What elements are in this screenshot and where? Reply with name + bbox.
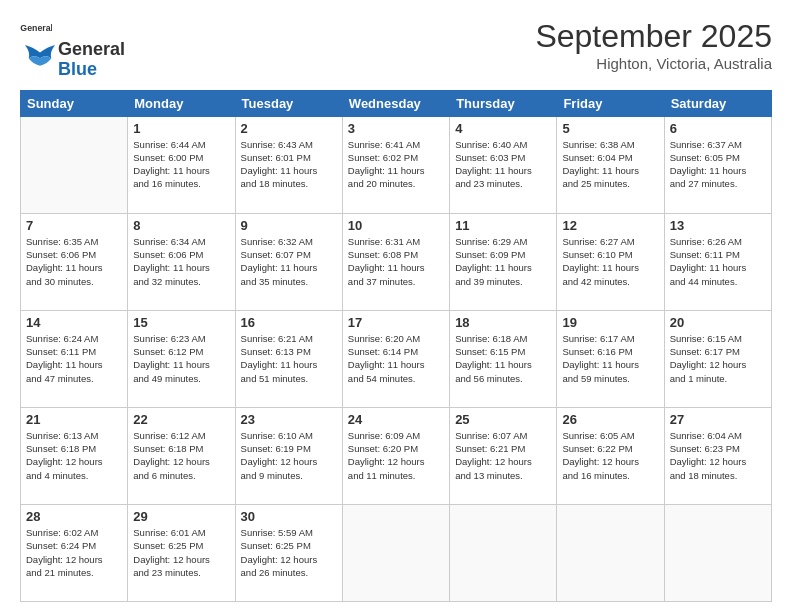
- weekday-header-tuesday: Tuesday: [235, 90, 342, 116]
- day-number: 21: [26, 412, 122, 427]
- calendar-cell: 2Sunrise: 6:43 AM Sunset: 6:01 PM Daylig…: [235, 116, 342, 213]
- day-number: 5: [562, 121, 658, 136]
- calendar-cell: 7Sunrise: 6:35 AM Sunset: 6:06 PM Daylig…: [21, 213, 128, 310]
- cell-info: Sunrise: 6:12 AM Sunset: 6:18 PM Dayligh…: [133, 429, 229, 482]
- day-number: 16: [241, 315, 337, 330]
- cell-info: Sunrise: 6:40 AM Sunset: 6:03 PM Dayligh…: [455, 138, 551, 191]
- calendar-cell: 14Sunrise: 6:24 AM Sunset: 6:11 PM Dayli…: [21, 310, 128, 407]
- cell-info: Sunrise: 6:09 AM Sunset: 6:20 PM Dayligh…: [348, 429, 444, 482]
- calendar-cell: 23Sunrise: 6:10 AM Sunset: 6:19 PM Dayli…: [235, 407, 342, 504]
- calendar-cell: 4Sunrise: 6:40 AM Sunset: 6:03 PM Daylig…: [450, 116, 557, 213]
- day-number: 11: [455, 218, 551, 233]
- cell-info: Sunrise: 6:07 AM Sunset: 6:21 PM Dayligh…: [455, 429, 551, 482]
- day-number: 8: [133, 218, 229, 233]
- weekday-header-wednesday: Wednesday: [342, 90, 449, 116]
- day-number: 1: [133, 121, 229, 136]
- location: Highton, Victoria, Australia: [535, 55, 772, 72]
- calendar-cell: 6Sunrise: 6:37 AM Sunset: 6:05 PM Daylig…: [664, 116, 771, 213]
- cell-info: Sunrise: 6:21 AM Sunset: 6:13 PM Dayligh…: [241, 332, 337, 385]
- calendar-cell: 15Sunrise: 6:23 AM Sunset: 6:12 PM Dayli…: [128, 310, 235, 407]
- weekday-header-monday: Monday: [128, 90, 235, 116]
- header: General General Blue September 2025: [20, 18, 772, 80]
- cell-info: Sunrise: 6:15 AM Sunset: 6:17 PM Dayligh…: [670, 332, 766, 385]
- day-number: 10: [348, 218, 444, 233]
- cell-info: Sunrise: 6:32 AM Sunset: 6:07 PM Dayligh…: [241, 235, 337, 288]
- cell-info: Sunrise: 6:34 AM Sunset: 6:06 PM Dayligh…: [133, 235, 229, 288]
- calendar-cell: 27Sunrise: 6:04 AM Sunset: 6:23 PM Dayli…: [664, 407, 771, 504]
- day-number: 2: [241, 121, 337, 136]
- calendar-cell: 1Sunrise: 6:44 AM Sunset: 6:00 PM Daylig…: [128, 116, 235, 213]
- day-number: 19: [562, 315, 658, 330]
- day-number: 23: [241, 412, 337, 427]
- calendar-week-5: 28Sunrise: 6:02 AM Sunset: 6:24 PM Dayli…: [21, 504, 772, 601]
- cell-info: Sunrise: 6:37 AM Sunset: 6:05 PM Dayligh…: [670, 138, 766, 191]
- calendar-week-3: 14Sunrise: 6:24 AM Sunset: 6:11 PM Dayli…: [21, 310, 772, 407]
- title-block: September 2025 Highton, Victoria, Austra…: [535, 18, 772, 72]
- day-number: 13: [670, 218, 766, 233]
- logo-general-text: General: [58, 40, 125, 60]
- cell-info: Sunrise: 6:38 AM Sunset: 6:04 PM Dayligh…: [562, 138, 658, 191]
- calendar-cell: 19Sunrise: 6:17 AM Sunset: 6:16 PM Dayli…: [557, 310, 664, 407]
- calendar-table: SundayMondayTuesdayWednesdayThursdayFrid…: [20, 90, 772, 602]
- calendar-cell: 29Sunrise: 6:01 AM Sunset: 6:25 PM Dayli…: [128, 504, 235, 601]
- day-number: 9: [241, 218, 337, 233]
- cell-info: Sunrise: 6:20 AM Sunset: 6:14 PM Dayligh…: [348, 332, 444, 385]
- day-number: 7: [26, 218, 122, 233]
- calendar-cell: 11Sunrise: 6:29 AM Sunset: 6:09 PM Dayli…: [450, 213, 557, 310]
- weekday-header-friday: Friday: [557, 90, 664, 116]
- calendar-cell: 10Sunrise: 6:31 AM Sunset: 6:08 PM Dayli…: [342, 213, 449, 310]
- day-number: 15: [133, 315, 229, 330]
- cell-info: Sunrise: 6:18 AM Sunset: 6:15 PM Dayligh…: [455, 332, 551, 385]
- cell-info: Sunrise: 6:44 AM Sunset: 6:00 PM Dayligh…: [133, 138, 229, 191]
- day-number: 25: [455, 412, 551, 427]
- day-number: 24: [348, 412, 444, 427]
- calendar-cell: [342, 504, 449, 601]
- day-number: 30: [241, 509, 337, 524]
- calendar-cell: 17Sunrise: 6:20 AM Sunset: 6:14 PM Dayli…: [342, 310, 449, 407]
- calendar-cell: 13Sunrise: 6:26 AM Sunset: 6:11 PM Dayli…: [664, 213, 771, 310]
- day-number: 29: [133, 509, 229, 524]
- day-number: 18: [455, 315, 551, 330]
- day-number: 6: [670, 121, 766, 136]
- cell-info: Sunrise: 6:41 AM Sunset: 6:02 PM Dayligh…: [348, 138, 444, 191]
- calendar-cell: 22Sunrise: 6:12 AM Sunset: 6:18 PM Dayli…: [128, 407, 235, 504]
- day-number: 17: [348, 315, 444, 330]
- day-number: 27: [670, 412, 766, 427]
- calendar-cell: 26Sunrise: 6:05 AM Sunset: 6:22 PM Dayli…: [557, 407, 664, 504]
- cell-info: Sunrise: 6:35 AM Sunset: 6:06 PM Dayligh…: [26, 235, 122, 288]
- logo-blue-text: Blue: [58, 60, 125, 80]
- day-number: 26: [562, 412, 658, 427]
- cell-info: Sunrise: 6:01 AM Sunset: 6:25 PM Dayligh…: [133, 526, 229, 579]
- weekday-header-thursday: Thursday: [450, 90, 557, 116]
- day-number: 3: [348, 121, 444, 136]
- calendar-cell: 30Sunrise: 5:59 AM Sunset: 6:25 PM Dayli…: [235, 504, 342, 601]
- calendar-cell: 25Sunrise: 6:07 AM Sunset: 6:21 PM Dayli…: [450, 407, 557, 504]
- logo: General General Blue: [20, 18, 125, 80]
- day-number: 12: [562, 218, 658, 233]
- logo-icon: General: [20, 18, 52, 40]
- cell-info: Sunrise: 6:26 AM Sunset: 6:11 PM Dayligh…: [670, 235, 766, 288]
- page: General General Blue September 2025: [0, 0, 792, 612]
- calendar-cell: 5Sunrise: 6:38 AM Sunset: 6:04 PM Daylig…: [557, 116, 664, 213]
- weekday-header-saturday: Saturday: [664, 90, 771, 116]
- cell-info: Sunrise: 6:13 AM Sunset: 6:18 PM Dayligh…: [26, 429, 122, 482]
- calendar-cell: 24Sunrise: 6:09 AM Sunset: 6:20 PM Dayli…: [342, 407, 449, 504]
- calendar-cell: 20Sunrise: 6:15 AM Sunset: 6:17 PM Dayli…: [664, 310, 771, 407]
- cell-info: Sunrise: 6:05 AM Sunset: 6:22 PM Dayligh…: [562, 429, 658, 482]
- day-number: 14: [26, 315, 122, 330]
- calendar-cell: 28Sunrise: 6:02 AM Sunset: 6:24 PM Dayli…: [21, 504, 128, 601]
- cell-info: Sunrise: 6:02 AM Sunset: 6:24 PM Dayligh…: [26, 526, 122, 579]
- day-number: 28: [26, 509, 122, 524]
- cell-info: Sunrise: 5:59 AM Sunset: 6:25 PM Dayligh…: [241, 526, 337, 579]
- calendar-cell: 3Sunrise: 6:41 AM Sunset: 6:02 PM Daylig…: [342, 116, 449, 213]
- cell-info: Sunrise: 6:43 AM Sunset: 6:01 PM Dayligh…: [241, 138, 337, 191]
- svg-text:General: General: [20, 23, 52, 33]
- calendar-cell: 16Sunrise: 6:21 AM Sunset: 6:13 PM Dayli…: [235, 310, 342, 407]
- cell-info: Sunrise: 6:17 AM Sunset: 6:16 PM Dayligh…: [562, 332, 658, 385]
- cell-info: Sunrise: 6:04 AM Sunset: 6:23 PM Dayligh…: [670, 429, 766, 482]
- calendar-week-4: 21Sunrise: 6:13 AM Sunset: 6:18 PM Dayli…: [21, 407, 772, 504]
- month-title: September 2025: [535, 18, 772, 55]
- cell-info: Sunrise: 6:23 AM Sunset: 6:12 PM Dayligh…: [133, 332, 229, 385]
- weekday-header-sunday: Sunday: [21, 90, 128, 116]
- weekday-header-row: SundayMondayTuesdayWednesdayThursdayFrid…: [21, 90, 772, 116]
